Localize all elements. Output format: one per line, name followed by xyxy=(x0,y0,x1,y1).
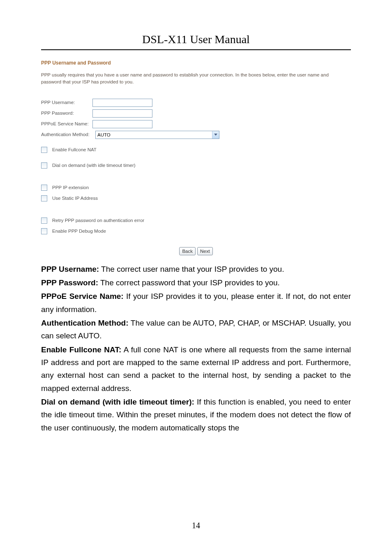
chevron-down-icon xyxy=(212,131,219,139)
ppp-username-input[interactable] xyxy=(92,99,152,107)
page-number: 14 xyxy=(0,521,392,530)
next-button[interactable]: Next xyxy=(197,247,213,255)
back-button[interactable]: Back xyxy=(179,247,196,255)
explanation-block: PPP Username: The correct user name that… xyxy=(41,263,351,434)
ppp-password-input[interactable] xyxy=(92,109,152,118)
pppoe-service-label: PPPoE Service Name: xyxy=(41,120,92,127)
dial-on-demand-checkbox[interactable] xyxy=(41,162,47,169)
ppp-username-label: PPP Username: xyxy=(41,99,92,106)
ppp-username-term: PPP Username: xyxy=(41,265,99,273)
fullcone-nat-label: Enable Fullcone NAT xyxy=(52,146,97,153)
auth-method-value: AUTO xyxy=(96,131,212,139)
retry-ppp-label: Retry PPP password on authentication err… xyxy=(52,217,144,224)
section-intro: PPP usually requires that you have a use… xyxy=(41,72,337,86)
retry-ppp-checkbox[interactable] xyxy=(41,217,47,224)
fullcone-nat-checkbox[interactable] xyxy=(41,147,47,153)
dial-on-demand-term: Dial on demand (with idle timeout timer)… xyxy=(41,398,194,406)
pppoe-service-input[interactable] xyxy=(92,120,152,128)
config-screenshot: PPP Username and Password PPP usually re… xyxy=(41,59,351,255)
use-static-ip-checkbox[interactable] xyxy=(41,195,47,201)
ppp-password-term: PPP Password: xyxy=(41,278,98,287)
ppp-password-desc: The correct password that your ISP provi… xyxy=(98,278,280,287)
ppp-ip-extension-label: PPP IP extension xyxy=(52,184,89,191)
auth-method-label: Authentication Method: xyxy=(41,131,95,138)
fullcone-nat-term: Enable Fullcone NAT: xyxy=(41,345,121,354)
pppoe-service-term: PPPoE Service Name: xyxy=(41,292,124,301)
auth-method-select[interactable]: AUTO xyxy=(95,131,219,139)
ppp-password-label: PPP Password: xyxy=(41,110,92,117)
page-title: DSL-X11 User Manual xyxy=(41,33,351,46)
title-divider xyxy=(41,49,351,50)
ppp-ip-extension-checkbox[interactable] xyxy=(41,185,47,191)
auth-method-term: Authentication Method: xyxy=(41,319,129,327)
use-static-ip-label: Use Static IP Address xyxy=(52,195,98,202)
ppp-username-desc: The correct user name that your ISP prov… xyxy=(99,265,284,273)
dial-on-demand-label: Dial on demand (with idle timeout timer) xyxy=(52,162,136,169)
section-heading: PPP Username and Password xyxy=(41,59,351,67)
debug-mode-label: Enable PPP Debug Mode xyxy=(52,228,106,235)
debug-mode-checkbox[interactable] xyxy=(41,228,47,234)
